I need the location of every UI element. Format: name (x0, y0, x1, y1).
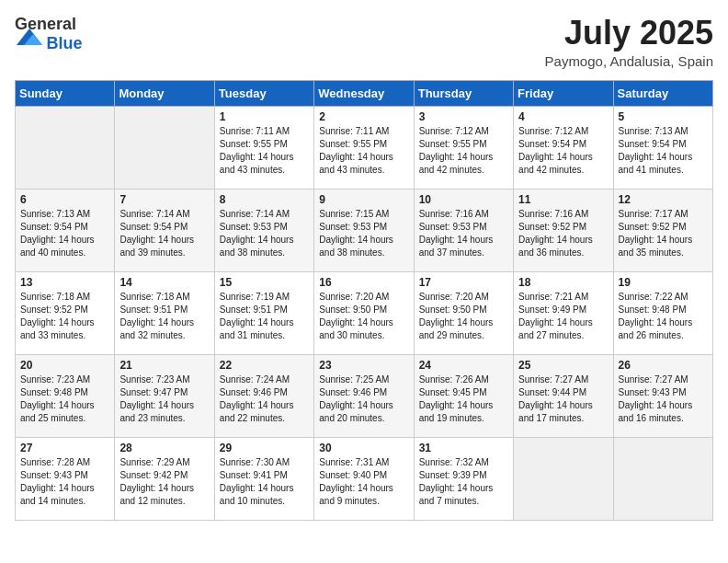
day-info: Sunrise: 7:12 AMSunset: 9:55 PMDaylight:… (419, 125, 508, 177)
day-info: Sunrise: 7:29 AMSunset: 9:42 PMDaylight:… (119, 456, 209, 508)
calendar-cell (613, 437, 712, 520)
day-info: Sunrise: 7:22 AMSunset: 9:48 PMDaylight:… (619, 291, 708, 342)
calendar-cell: 28Sunrise: 7:29 AMSunset: 9:42 PMDayligh… (115, 437, 214, 520)
calendar-cell: 10Sunrise: 7:16 AMSunset: 9:53 PMDayligh… (414, 189, 513, 271)
col-header-monday: Monday (115, 80, 214, 106)
day-info: Sunrise: 7:13 AMSunset: 9:54 PMDaylight:… (20, 208, 109, 259)
calendar-cell: 25Sunrise: 7:27 AMSunset: 9:44 PMDayligh… (514, 354, 613, 437)
calendar-week-2: 6Sunrise: 7:13 AMSunset: 9:54 PMDaylight… (16, 189, 713, 271)
day-number: 3 (419, 110, 508, 123)
calendar-cell: 3Sunrise: 7:12 AMSunset: 9:55 PMDaylight… (414, 106, 513, 189)
day-info: Sunrise: 7:23 AMSunset: 9:47 PMDaylight:… (119, 373, 209, 425)
day-number: 26 (619, 359, 708, 372)
calendar-cell: 8Sunrise: 7:14 AMSunset: 9:53 PMDaylight… (214, 189, 313, 271)
day-info: Sunrise: 7:27 AMSunset: 9:43 PMDaylight:… (619, 373, 708, 425)
calendar-cell: 9Sunrise: 7:15 AMSunset: 9:53 PMDaylight… (314, 189, 414, 271)
day-info: Sunrise: 7:18 AMSunset: 9:52 PMDaylight:… (20, 291, 109, 342)
calendar-cell: 1Sunrise: 7:11 AMSunset: 9:55 PMDaylight… (214, 106, 313, 189)
day-info: Sunrise: 7:26 AMSunset: 9:45 PMDaylight:… (419, 373, 508, 425)
calendar-cell (514, 437, 613, 520)
logo-text: General Blue (15, 15, 82, 53)
logo: General Blue (15, 15, 82, 53)
col-header-sunday: Sunday (16, 80, 115, 106)
title-block: July 2025 Paymogo, Andalusia, Spain (545, 15, 713, 69)
calendar-cell: 29Sunrise: 7:30 AMSunset: 9:41 PMDayligh… (214, 437, 313, 520)
calendar-week-4: 20Sunrise: 7:23 AMSunset: 9:48 PMDayligh… (16, 354, 713, 437)
calendar-cell: 22Sunrise: 7:24 AMSunset: 9:46 PMDayligh… (214, 354, 313, 437)
day-number: 7 (119, 193, 209, 206)
col-header-friday: Friday (514, 80, 613, 106)
day-number: 2 (319, 110, 408, 123)
day-number: 18 (518, 276, 608, 289)
day-number: 12 (619, 193, 708, 206)
day-number: 25 (518, 359, 608, 372)
day-info: Sunrise: 7:28 AMSunset: 9:43 PMDaylight:… (20, 456, 109, 508)
day-info: Sunrise: 7:13 AMSunset: 9:54 PMDaylight:… (619, 125, 708, 177)
day-info: Sunrise: 7:16 AMSunset: 9:52 PMDaylight:… (518, 208, 608, 259)
month-year: July 2025 (545, 15, 713, 52)
day-info: Sunrise: 7:30 AMSunset: 9:41 PMDaylight:… (220, 456, 309, 508)
logo-icon (17, 27, 42, 47)
day-info: Sunrise: 7:24 AMSunset: 9:46 PMDaylight:… (220, 373, 309, 425)
day-info: Sunrise: 7:12 AMSunset: 9:54 PMDaylight:… (518, 125, 608, 177)
day-number: 1 (220, 110, 309, 123)
col-header-tuesday: Tuesday (214, 80, 313, 106)
calendar-cell: 19Sunrise: 7:22 AMSunset: 9:48 PMDayligh… (613, 271, 712, 354)
day-info: Sunrise: 7:17 AMSunset: 9:52 PMDaylight:… (619, 208, 708, 259)
calendar-cell: 17Sunrise: 7:20 AMSunset: 9:50 PMDayligh… (414, 271, 513, 354)
day-number: 5 (619, 110, 708, 123)
day-number: 20 (20, 359, 109, 372)
day-info: Sunrise: 7:20 AMSunset: 9:50 PMDaylight:… (419, 291, 508, 342)
calendar-cell: 24Sunrise: 7:26 AMSunset: 9:45 PMDayligh… (414, 354, 513, 437)
calendar-cell: 21Sunrise: 7:23 AMSunset: 9:47 PMDayligh… (115, 354, 214, 437)
calendar-cell: 11Sunrise: 7:16 AMSunset: 9:52 PMDayligh… (514, 189, 613, 271)
day-info: Sunrise: 7:16 AMSunset: 9:53 PMDaylight:… (419, 208, 508, 259)
day-number: 10 (419, 193, 508, 206)
calendar-cell: 15Sunrise: 7:19 AMSunset: 9:51 PMDayligh… (214, 271, 313, 354)
day-number: 29 (220, 442, 309, 454)
day-number: 21 (119, 359, 209, 372)
calendar-cell: 18Sunrise: 7:21 AMSunset: 9:49 PMDayligh… (514, 271, 613, 354)
day-number: 31 (419, 442, 508, 454)
calendar-cell: 13Sunrise: 7:18 AMSunset: 9:52 PMDayligh… (16, 271, 115, 354)
day-number: 23 (319, 359, 408, 372)
col-header-thursday: Thursday (414, 80, 513, 106)
calendar-cell: 12Sunrise: 7:17 AMSunset: 9:52 PMDayligh… (613, 189, 712, 271)
day-number: 30 (319, 442, 408, 454)
day-number: 14 (119, 276, 209, 289)
calendar-cell: 6Sunrise: 7:13 AMSunset: 9:54 PMDaylight… (16, 189, 115, 271)
col-header-saturday: Saturday (613, 80, 712, 106)
calendar-cell: 30Sunrise: 7:31 AMSunset: 9:40 PMDayligh… (314, 437, 414, 520)
logo-blue: Blue (46, 34, 82, 52)
calendar-cell: 27Sunrise: 7:28 AMSunset: 9:43 PMDayligh… (16, 437, 115, 520)
day-info: Sunrise: 7:11 AMSunset: 9:55 PMDaylight:… (319, 125, 408, 177)
day-number: 15 (220, 276, 309, 289)
day-info: Sunrise: 7:11 AMSunset: 9:55 PMDaylight:… (220, 125, 309, 177)
calendar-cell: 2Sunrise: 7:11 AMSunset: 9:55 PMDaylight… (314, 106, 414, 189)
day-info: Sunrise: 7:14 AMSunset: 9:53 PMDaylight:… (220, 208, 309, 259)
day-info: Sunrise: 7:27 AMSunset: 9:44 PMDaylight:… (518, 373, 608, 425)
calendar-cell: 23Sunrise: 7:25 AMSunset: 9:46 PMDayligh… (314, 354, 414, 437)
day-number: 22 (220, 359, 309, 372)
day-info: Sunrise: 7:14 AMSunset: 9:54 PMDaylight:… (119, 208, 209, 259)
calendar-week-5: 27Sunrise: 7:28 AMSunset: 9:43 PMDayligh… (16, 437, 713, 520)
day-number: 13 (20, 276, 109, 289)
calendar-header-row: SundayMondayTuesdayWednesdayThursdayFrid… (16, 80, 713, 106)
day-number: 17 (419, 276, 508, 289)
day-info: Sunrise: 7:31 AMSunset: 9:40 PMDaylight:… (319, 456, 408, 508)
calendar-week-1: 1Sunrise: 7:11 AMSunset: 9:55 PMDaylight… (16, 106, 713, 189)
day-number: 11 (518, 193, 608, 206)
day-number: 16 (319, 276, 408, 289)
day-info: Sunrise: 7:23 AMSunset: 9:48 PMDaylight:… (20, 373, 109, 425)
calendar-week-3: 13Sunrise: 7:18 AMSunset: 9:52 PMDayligh… (16, 271, 713, 354)
day-info: Sunrise: 7:21 AMSunset: 9:49 PMDaylight:… (518, 291, 608, 342)
location: Paymogo, Andalusia, Spain (545, 53, 713, 69)
calendar-cell: 16Sunrise: 7:20 AMSunset: 9:50 PMDayligh… (314, 271, 414, 354)
calendar-cell: 20Sunrise: 7:23 AMSunset: 9:48 PMDayligh… (16, 354, 115, 437)
page-header: General Blue July 2025 Paymogo, Andalusi… (15, 15, 713, 69)
calendar-cell: 14Sunrise: 7:18 AMSunset: 9:51 PMDayligh… (115, 271, 214, 354)
day-number: 9 (319, 193, 408, 206)
day-info: Sunrise: 7:25 AMSunset: 9:46 PMDaylight:… (319, 373, 408, 425)
calendar-cell (16, 106, 115, 189)
day-info: Sunrise: 7:20 AMSunset: 9:50 PMDaylight:… (319, 291, 408, 342)
